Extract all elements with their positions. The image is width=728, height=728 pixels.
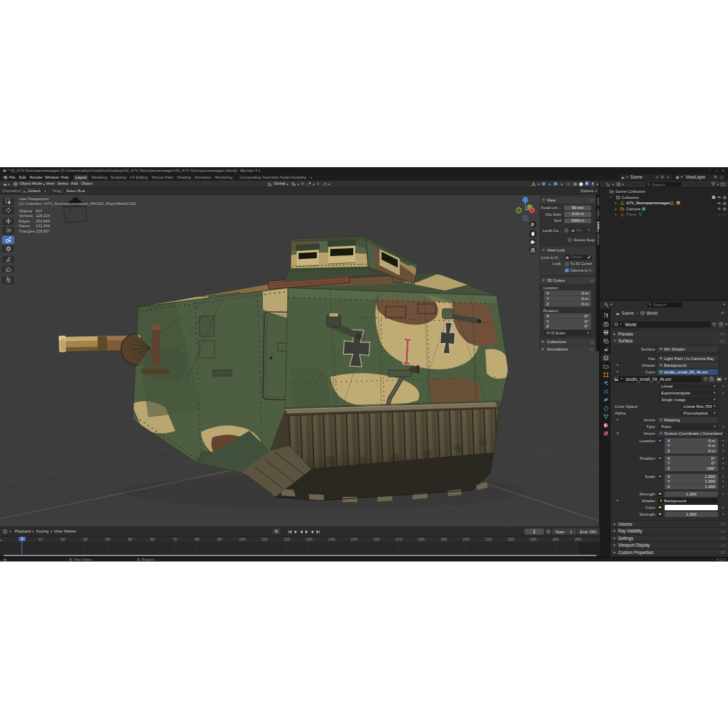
outliner-row-camera[interactable]: ▼ Camera <box>600 206 728 212</box>
play-icon[interactable] <box>305 530 309 534</box>
image-type-button[interactable]: ▼ <box>613 376 623 382</box>
annotations-panel-header[interactable]: ▼Annotations <box>540 346 597 353</box>
workspace-tab-rendering[interactable]: Rendering <box>213 175 235 181</box>
eye-closed-icon[interactable] <box>717 213 721 216</box>
fac-field[interactable]: Light Path | Is Camera Ray <box>658 356 718 361</box>
pin-icon[interactable] <box>721 311 725 315</box>
color-field-selected[interactable]: studio_small_09_4k.exr <box>658 369 718 375</box>
editor-type-icon[interactable] <box>3 182 7 186</box>
disable-viewport-icon[interactable] <box>723 213 727 217</box>
copy-world-button[interactable] <box>718 322 724 328</box>
perspective-toggle-icon[interactable] <box>529 247 537 254</box>
tab-output[interactable] <box>602 329 609 336</box>
expand-icon[interactable]: ▼ <box>613 213 619 216</box>
unlink-image-icon[interactable]: ✕ <box>724 377 727 381</box>
scene-selector[interactable]: ▼ Scene ✕ <box>619 175 672 180</box>
properties-editor-icon[interactable] <box>604 303 609 307</box>
outliner-row-plane[interactable]: ▼ Plane <box>600 212 728 218</box>
workspace-tab-animation[interactable]: Animation <box>192 175 213 181</box>
jump-to-start-icon[interactable] <box>288 530 292 534</box>
tool-move[interactable] <box>2 218 14 225</box>
play-reverse-icon[interactable] <box>299 530 303 534</box>
eye-icon[interactable] <box>717 195 721 199</box>
camera-to-view-checkbox[interactable]: ✓ <box>565 268 569 272</box>
volume-panel-header[interactable]: ▼Volume <box>611 520 728 527</box>
clear-icon[interactable]: ✕ <box>587 228 590 233</box>
tab-data[interactable] <box>602 413 609 421</box>
to-3d-cursor-checkbox[interactable] <box>565 262 569 266</box>
menu-help[interactable]: Help <box>61 174 69 181</box>
render-region-checkbox[interactable] <box>568 238 572 242</box>
snap-with-icon[interactable] <box>307 182 311 187</box>
browse-image-button[interactable] <box>716 376 723 382</box>
vector2-field[interactable]: Texture Coordinate | Generated <box>658 431 718 436</box>
outliner-row-collection[interactable]: ▼ Collection <box>600 195 728 201</box>
vector-field[interactable]: Mapping <box>658 417 718 423</box>
tool-cursor[interactable] <box>2 207 14 214</box>
surface-field[interactable]: Mix Shader <box>658 346 718 352</box>
menu-object[interactable]: Object <box>81 181 92 187</box>
menu-select[interactable]: Select <box>57 181 68 187</box>
type-dropdown[interactable]: Point▼ <box>659 424 718 429</box>
mapping-rot-y[interactable]: Y0° <box>665 460 718 466</box>
workspace-tab-sculpting[interactable]: Sculpting <box>109 175 128 181</box>
region-separator[interactable] <box>599 181 600 562</box>
render-camera-icon[interactable] <box>723 202 727 206</box>
ray-visibility-panel-header[interactable]: ▼Ray Visibility <box>611 527 728 534</box>
tab-physics[interactable] <box>602 396 609 404</box>
alpha-dropdown[interactable]: Premultiplied▼ <box>681 411 718 416</box>
tool-transform[interactable] <box>2 245 14 253</box>
viewport-canvas[interactable]: User Perspective (1) Collection | A7V_St… <box>0 195 599 527</box>
autokey-clock-icon[interactable] <box>546 529 551 534</box>
maximize-button[interactable]: □ <box>716 169 718 173</box>
shading-wireframe-icon[interactable] <box>573 182 577 186</box>
tab-render[interactable] <box>602 320 609 328</box>
local-camera-field[interactable]: Ca... ✕ <box>570 228 591 233</box>
new-scene-icon[interactable] <box>661 175 664 179</box>
custom-properties-panel-header[interactable]: ▼Custom Properties <box>611 549 728 555</box>
cursor-panel-header[interactable]: ▼3D Cursor <box>540 277 597 284</box>
strength2-socket[interactable] <box>657 512 663 517</box>
zoom-view-icon[interactable] <box>529 221 537 229</box>
outliner-row-tank[interactable]: ▼ A7V_Sturmpanzerwagen <box>600 200 728 206</box>
tank-model[interactable] <box>40 208 526 518</box>
end-frame-field[interactable]: End250 <box>577 528 599 535</box>
collections-panel-header[interactable]: ▼Collections <box>540 338 597 345</box>
mapping-rot-z[interactable]: Z199° <box>665 466 718 471</box>
outliner-display-mode-icon[interactable] <box>606 183 611 187</box>
lock-to-object-field[interactable]: Object <box>565 255 592 260</box>
strength2-slider[interactable]: 1.000 <box>665 512 718 517</box>
shader-field[interactable]: Background <box>658 363 718 368</box>
view-panel-header[interactable]: ▼View <box>540 197 597 204</box>
toggle-xray-icon[interactable] <box>566 182 571 187</box>
collapse-icon[interactable]: ▼ <box>616 363 619 367</box>
options-dropdown[interactable]: Options <box>580 187 594 195</box>
menu-render[interactable]: Render <box>30 174 42 181</box>
tool-rotate[interactable] <box>2 227 14 235</box>
timeline-tracks[interactable] <box>0 542 600 554</box>
pan-view-icon[interactable] <box>529 230 537 237</box>
strength-socket[interactable] <box>657 491 663 497</box>
previous-keyframe-icon[interactable] <box>293 530 297 534</box>
mapping-loc-z[interactable]: Z0 m <box>665 448 718 454</box>
menu-view[interactable]: View <box>46 181 55 187</box>
timeline-ruler[interactable]: 1020304050607080901001101201301401501601… <box>0 537 600 542</box>
tab-material[interactable] <box>602 421 609 429</box>
tab-modifiers[interactable] <box>602 380 609 387</box>
image-name-field[interactable]: studio_small_09_4k.exr <box>623 376 701 382</box>
focal-length-field[interactable]: 50 mm <box>564 206 591 211</box>
tab-constraints[interactable] <box>602 404 609 412</box>
eye-icon[interactable] <box>717 202 721 205</box>
close-button[interactable]: ✕ <box>722 169 725 173</box>
drag-select-box-dropdown[interactable]: Select Box ▼ <box>63 188 88 193</box>
expand-icon[interactable]: ▼ <box>616 431 619 434</box>
eyedropper-icon[interactable] <box>587 255 591 260</box>
tool-scale[interactable] <box>2 236 14 244</box>
tool-annotate[interactable] <box>2 256 14 264</box>
fake-user-icon[interactable] <box>703 377 708 382</box>
snap-magnet-icon[interactable] <box>301 182 305 186</box>
workspace-tab-texture-paint[interactable]: Texture Paint <box>149 175 175 181</box>
current-frame-field[interactable]: 1 <box>524 528 544 535</box>
strength-slider[interactable]: 1.200 <box>665 491 718 497</box>
workspace-tab-modeling[interactable]: Modeling <box>90 175 109 181</box>
